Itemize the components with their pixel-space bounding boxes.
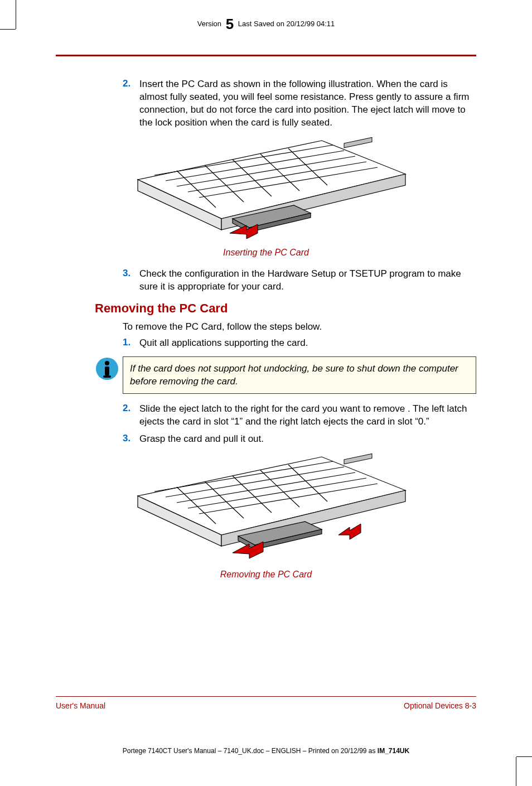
section-intro: To remove the PC Card, follow the steps … xyxy=(123,321,476,332)
figure-remove-pc-card xyxy=(56,451,476,565)
step-number: 1. xyxy=(123,337,139,350)
step-body: Quit all applications supporting the car… xyxy=(139,337,476,350)
svg-rect-22 xyxy=(105,367,109,375)
svg-rect-19 xyxy=(344,137,372,148)
step-number: 2. xyxy=(123,78,139,129)
info-icon xyxy=(95,356,123,383)
step-body: Slide the eject latch to the right for t… xyxy=(139,403,476,428)
footer-print-prefix: Portege 7140CT User's Manual – 7140_UK.d… xyxy=(123,747,378,755)
version-label: Version xyxy=(197,20,221,28)
figure-caption-2: Removing the PC Card xyxy=(56,570,476,580)
step-body: Insert the PC Card as shown in the follo… xyxy=(139,78,476,129)
remove-step-1: 1. Quit all applications supporting the … xyxy=(123,337,476,350)
footer-left: User's Manual xyxy=(56,701,105,710)
svg-rect-23 xyxy=(103,375,111,378)
svg-rect-44 xyxy=(344,454,372,465)
step-number: 3. xyxy=(123,433,139,446)
note-text: If the card does not support hot undocki… xyxy=(123,356,476,394)
saved-label: Last Saved on 20/12/99 04:11 xyxy=(238,20,335,28)
footer-print: Portege 7140CT User's Manual – 7140_UK.d… xyxy=(56,747,476,755)
figure-caption-1: Inserting the PC Card xyxy=(56,248,476,258)
insert-step-3: 3. Check the configuration in the Hardwa… xyxy=(123,268,476,293)
step-number: 2. xyxy=(123,403,139,428)
step-body: Grasp the card and pull it out. xyxy=(139,433,476,446)
footer-print-bold: IM_714UK xyxy=(378,747,409,755)
remove-step-3: 3. Grasp the card and pull it out. xyxy=(123,433,476,446)
insert-step-2: 2. Insert the PC Card as shown in the fo… xyxy=(123,78,476,129)
section-heading-removing: Removing the PC Card xyxy=(95,301,476,316)
header-rule xyxy=(56,55,476,56)
svg-point-21 xyxy=(105,361,109,365)
svg-marker-41 xyxy=(338,524,361,539)
footer-row: User's Manual Optional Devices 8-3 xyxy=(56,701,476,710)
remove-step-2: 2. Slide the eject latch to the right fo… xyxy=(123,403,476,428)
footer-right: Optional Devices 8-3 xyxy=(404,701,476,710)
info-note: If the card does not support hot undocki… xyxy=(95,356,476,394)
page-header: Version 5 Last Saved on 20/12/99 04:11 xyxy=(56,16,476,33)
version-number: 5 xyxy=(226,16,234,32)
step-body: Check the configuration in the Hardware … xyxy=(139,268,476,293)
step-number: 3. xyxy=(123,268,139,293)
figure-insert-pc-card xyxy=(56,135,476,243)
footer-rule xyxy=(56,696,476,697)
